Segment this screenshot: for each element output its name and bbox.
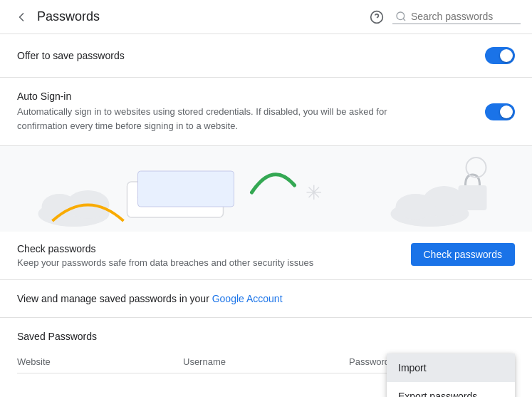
dropdown-export[interactable]: Export passwords... — [387, 382, 515, 397]
saved-passwords-title: Saved Passwords — [17, 331, 97, 342]
check-passwords-desc: Keep your passwords safe from data breac… — [17, 257, 397, 268]
saved-passwords-section: Saved Passwords Website Username Passwor… — [0, 318, 532, 386]
saved-passwords-header: Saved Passwords — [17, 331, 515, 342]
auto-signin-text: Auto Sign-in Automatically sign in to we… — [17, 91, 430, 133]
svg-point-15 — [396, 194, 436, 220]
google-account-text-before: View and manage saved passwords in your — [17, 293, 212, 304]
offer-save-toggle[interactable] — [485, 47, 515, 64]
auto-signin-thumb — [500, 105, 513, 118]
offer-save-section: Offer to save passwords — [0, 34, 532, 78]
auto-signin-track — [485, 103, 515, 120]
check-passwords-text: Check passwords Keep your passwords safe… — [17, 243, 397, 268]
search-input[interactable] — [411, 11, 518, 22]
illustration-svg: ★★★★★ ✳ — [0, 146, 532, 232]
col-username-header: Username — [183, 356, 349, 367]
search-container — [392, 9, 521, 24]
svg-rect-16 — [459, 185, 487, 210]
check-passwords-content: Check passwords Keep your passwords safe… — [0, 232, 532, 279]
page-title: Passwords — [37, 9, 361, 24]
svg-text:✳: ✳ — [306, 182, 322, 204]
auto-signin-toggle[interactable] — [485, 103, 515, 120]
svg-rect-11 — [138, 171, 234, 207]
search-icon — [395, 11, 407, 22]
check-passwords-button[interactable]: Check passwords — [411, 243, 516, 266]
dropdown-import[interactable]: Import — [387, 354, 515, 382]
auto-signin-section: Auto Sign-in Automatically sign in to we… — [0, 78, 532, 146]
google-account-link[interactable]: Google Account — [212, 293, 283, 304]
auto-signin-desc: Automatically sign in to websites using … — [17, 105, 430, 133]
check-passwords-title: Check passwords — [17, 243, 397, 254]
back-button[interactable] — [11, 7, 31, 27]
dropdown-menu: Import Export passwords... — [387, 354, 515, 397]
google-account-section: View and manage saved passwords in your … — [0, 280, 532, 318]
help-button[interactable] — [367, 7, 387, 27]
offer-save-track — [485, 47, 515, 64]
offer-save-thumb — [500, 49, 513, 62]
col-website-header: Website — [17, 356, 183, 367]
header: Passwords — [0, 0, 532, 34]
auto-signin-label: Auto Sign-in — [17, 91, 430, 102]
svg-line-3 — [403, 19, 405, 21]
svg-point-2 — [397, 12, 405, 20]
illustration-area: ★★★★★ ✳ — [0, 146, 532, 232]
check-passwords-section: ★★★★★ ✳ Check passwords Keep your passwo… — [0, 146, 532, 280]
offer-save-label: Offer to save passwords — [17, 50, 125, 61]
